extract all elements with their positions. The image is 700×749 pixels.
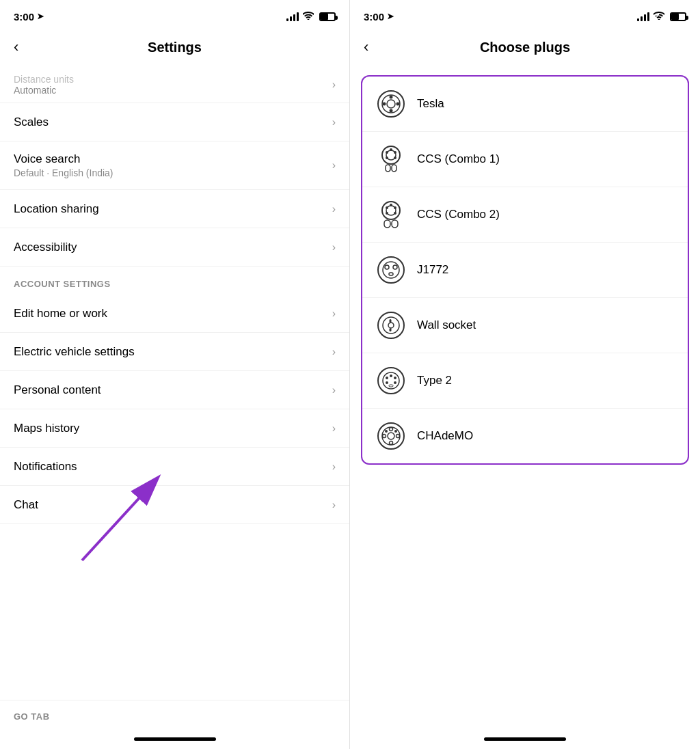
chat-item[interactable]: Chat › bbox=[0, 486, 349, 524]
plug-item-tesla[interactable]: Tesla bbox=[362, 77, 688, 132]
plug-item-wall-socket[interactable]: Wall socket bbox=[362, 298, 688, 353]
status-bar-left: 3:00 ➤ bbox=[0, 0, 349, 30]
personal-content-title: Personal content bbox=[14, 383, 101, 397]
svg-point-50 bbox=[383, 435, 386, 438]
chevron-icon: › bbox=[332, 346, 336, 358]
wall-socket-plug-name: Wall socket bbox=[417, 318, 476, 332]
j1772-plug-icon bbox=[376, 255, 406, 285]
svg-point-32 bbox=[378, 312, 404, 338]
back-button-right[interactable]: ‹ bbox=[361, 36, 371, 59]
svg-point-53 bbox=[394, 430, 397, 433]
svg-point-22 bbox=[386, 212, 388, 215]
back-button-left[interactable]: ‹ bbox=[11, 36, 21, 59]
plugs-list: Tesla CCS (Co bbox=[350, 67, 700, 732]
plugs-container: Tesla CCS (Co bbox=[361, 75, 689, 465]
chevron-icon: › bbox=[332, 116, 336, 128]
svg-point-12 bbox=[394, 151, 396, 154]
accessibility-item[interactable]: Accessibility › bbox=[0, 228, 349, 267]
svg-point-51 bbox=[396, 435, 400, 438]
chevron-icon: › bbox=[332, 422, 336, 435]
svg-point-20 bbox=[386, 206, 388, 209]
svg-point-27 bbox=[378, 257, 404, 283]
wifi-icon-right bbox=[654, 12, 664, 22]
location-sharing-title: Location sharing bbox=[14, 202, 99, 216]
svg-point-49 bbox=[390, 441, 393, 445]
chevron-icon: › bbox=[332, 159, 336, 172]
svg-point-43 bbox=[394, 381, 396, 384]
chevron-icon: › bbox=[332, 499, 336, 511]
svg-point-6 bbox=[390, 109, 393, 113]
tesla-plug-icon bbox=[376, 89, 406, 119]
page-title-right: Choose plugs bbox=[480, 40, 570, 55]
svg-rect-16 bbox=[386, 165, 390, 172]
accessibility-title: Accessibility bbox=[14, 241, 77, 254]
edit-home-work-item[interactable]: Edit home or work › bbox=[0, 295, 349, 333]
ccs1-plug-name: CCS (Combo 1) bbox=[417, 152, 500, 166]
svg-point-47 bbox=[388, 433, 394, 439]
location-icon-right: ➤ bbox=[387, 12, 394, 21]
scales-item[interactable]: Scales › bbox=[0, 103, 349, 141]
home-indicator-right bbox=[350, 732, 700, 749]
voice-search-subtitle: Default · English (India) bbox=[14, 167, 113, 178]
status-icons-right bbox=[637, 12, 686, 22]
ev-settings-item[interactable]: Electric vehicle settings › bbox=[0, 333, 349, 371]
svg-point-52 bbox=[385, 430, 388, 433]
home-bar-right bbox=[484, 737, 566, 741]
status-bar-right: 3:00 ➤ bbox=[350, 0, 700, 30]
go-tab-label: GO TAB bbox=[14, 711, 50, 722]
choose-plugs-panel: 3:00 ➤ ‹ Choose plugs bbox=[350, 0, 700, 749]
nav-header-right: ‹ Choose plugs bbox=[350, 30, 700, 67]
maps-history-item[interactable]: Maps history › bbox=[0, 409, 349, 448]
chademo-plug-name: CHAdeMO bbox=[417, 429, 473, 443]
location-icon-left: ➤ bbox=[37, 12, 44, 21]
svg-point-11 bbox=[386, 151, 388, 154]
home-bar-left bbox=[134, 737, 216, 741]
svg-point-4 bbox=[387, 100, 395, 108]
svg-point-21 bbox=[394, 206, 396, 209]
ev-settings-title: Electric vehicle settings bbox=[14, 345, 135, 359]
plug-item-type2[interactable]: Type 2 bbox=[362, 353, 688, 409]
maps-history-title: Maps history bbox=[14, 422, 79, 435]
settings-list: Distance units Automatic › Scales › Voic… bbox=[0, 67, 349, 700]
notifications-item[interactable]: Notifications › bbox=[0, 448, 349, 486]
status-icons-left bbox=[286, 12, 336, 22]
chevron-icon: › bbox=[332, 241, 336, 254]
j1772-plug-name: J1772 bbox=[417, 263, 448, 277]
ccs2-plug-icon bbox=[376, 200, 406, 230]
svg-rect-36 bbox=[390, 328, 392, 331]
chat-title: Chat bbox=[14, 498, 38, 512]
go-tab-section: GO TAB bbox=[0, 700, 349, 732]
home-indicator-left bbox=[0, 732, 349, 749]
svg-point-15 bbox=[390, 148, 392, 151]
signal-icon-left bbox=[286, 12, 299, 21]
plug-item-ccs2[interactable]: CCS (Combo 2) bbox=[362, 187, 688, 243]
plug-item-chademo[interactable]: CHAdeMO bbox=[362, 409, 688, 463]
type2-plug-name: Type 2 bbox=[417, 374, 452, 387]
distance-units-title: Distance units bbox=[14, 74, 74, 85]
location-sharing-item[interactable]: Location sharing › bbox=[0, 190, 349, 228]
distance-units-item[interactable]: Distance units Automatic › bbox=[0, 67, 349, 103]
ccs2-plug-name: CCS (Combo 2) bbox=[417, 208, 500, 221]
svg-point-34 bbox=[388, 323, 394, 328]
chevron-icon: › bbox=[332, 203, 336, 215]
svg-point-42 bbox=[386, 381, 388, 384]
voice-search-item[interactable]: Voice search Default · English (India) › bbox=[0, 141, 349, 190]
chevron-icon: › bbox=[332, 79, 336, 91]
svg-point-41 bbox=[390, 374, 392, 377]
plug-item-ccs1[interactable]: CCS (Combo 1) bbox=[362, 132, 688, 187]
svg-rect-26 bbox=[392, 220, 398, 228]
type2-plug-icon bbox=[376, 366, 406, 396]
ccs1-plug-icon bbox=[376, 144, 406, 174]
chademo-plug-icon bbox=[376, 421, 406, 451]
svg-point-23 bbox=[394, 212, 396, 215]
time-left: 3:00 bbox=[14, 11, 34, 23]
svg-point-7 bbox=[383, 103, 386, 106]
svg-point-48 bbox=[390, 428, 393, 431]
svg-point-46 bbox=[382, 427, 400, 445]
personal-content-item[interactable]: Personal content › bbox=[0, 371, 349, 409]
settings-panel: 3:00 ➤ ‹ Settings Distance units Automat… bbox=[0, 0, 350, 749]
plug-item-j1772[interactable]: J1772 bbox=[362, 243, 688, 298]
time-right: 3:00 bbox=[364, 11, 384, 23]
distance-units-subtitle: Automatic bbox=[14, 85, 74, 96]
svg-point-30 bbox=[393, 265, 397, 269]
